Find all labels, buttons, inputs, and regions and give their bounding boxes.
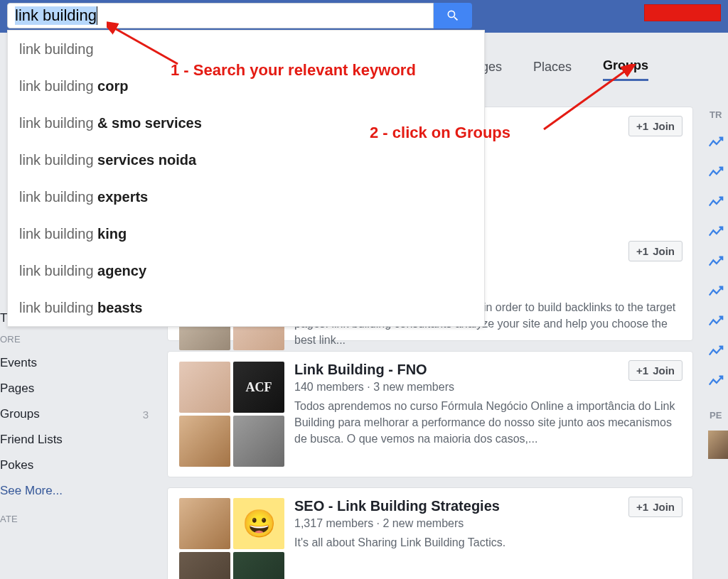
ac-bold: & smo services bbox=[97, 115, 202, 131]
join-label: Join bbox=[653, 245, 675, 257]
autocomplete-suggestion[interactable]: link building beasts bbox=[8, 289, 484, 326]
search-input[interactable]: link building bbox=[7, 3, 434, 28]
ac-prefix: link building bbox=[19, 152, 97, 168]
trending-icon[interactable] bbox=[708, 285, 728, 305]
join-label: Join bbox=[653, 364, 675, 377]
ac-prefix: link building bbox=[19, 78, 97, 94]
join-button[interactable]: +1 Join bbox=[628, 360, 682, 381]
group-result-card: ACF Link Building - FNO 140 members · 3 … bbox=[167, 351, 693, 477]
ac-bold: experts bbox=[97, 189, 148, 205]
trending-icon[interactable] bbox=[708, 345, 728, 364]
ac-prefix: link building bbox=[19, 189, 97, 205]
result-meta: 140 members · 3 new members bbox=[294, 381, 681, 394]
search-container: link building bbox=[7, 3, 476, 28]
ac-prefix: link building bbox=[19, 115, 97, 131]
autocomplete-suggestion[interactable]: link building agency bbox=[8, 252, 484, 289]
sidebar-item-pages[interactable]: Pages bbox=[0, 376, 153, 401]
result-description: It's all about Sharing Link Building Tac… bbox=[294, 534, 681, 551]
autocomplete-suggestion[interactable]: link building corp bbox=[8, 67, 484, 104]
sidebar-item-count: 3 bbox=[143, 408, 149, 421]
autocomplete-suggestion[interactable]: link building experts bbox=[8, 178, 484, 215]
autocomplete-suggestion[interactable]: link building bbox=[8, 31, 484, 67]
result-title-link[interactable]: Link Building - FNO bbox=[294, 362, 681, 378]
sidebar-item-label: Events bbox=[0, 356, 37, 370]
result-body: Link Building - FNO 140 members · 3 new … bbox=[294, 362, 681, 448]
sidebar-see-more-link[interactable]: See More... bbox=[0, 478, 153, 504]
member-avatar bbox=[179, 498, 230, 549]
right-rail: TR PE bbox=[707, 107, 728, 459]
sidebar-item-events[interactable]: Events bbox=[0, 350, 153, 376]
result-meta: 1,317 members · 2 new members bbox=[294, 517, 681, 530]
plus-one-icon: +1 bbox=[636, 120, 648, 132]
magnifier-icon bbox=[446, 9, 460, 23]
join-button[interactable]: +1 Join bbox=[628, 241, 682, 261]
trending-icon[interactable] bbox=[708, 195, 728, 215]
people-heading: PE bbox=[707, 407, 728, 426]
member-avatar bbox=[233, 416, 284, 467]
tab-places[interactable]: Places bbox=[533, 54, 572, 80]
text-caret bbox=[97, 6, 97, 25]
ac-bold: corp bbox=[97, 78, 128, 94]
ac-prefix: link building bbox=[19, 300, 97, 315]
people-thumbnail[interactable] bbox=[708, 431, 728, 459]
sidebar-heading-more: ORE bbox=[0, 331, 153, 350]
plus-one-icon: +1 bbox=[636, 364, 648, 377]
member-avatar bbox=[179, 362, 230, 413]
ac-bold: king bbox=[97, 226, 127, 242]
ac-prefix: link building bbox=[19, 41, 94, 57]
ac-bold: agency bbox=[97, 263, 146, 278]
tab-groups[interactable]: Groups bbox=[603, 53, 648, 81]
search-autocomplete-dropdown: link building link building corp link bu… bbox=[7, 30, 485, 327]
result-body: SEO - Link Building Strategies 1,317 mem… bbox=[294, 498, 681, 551]
trending-icon[interactable] bbox=[708, 136, 728, 156]
member-avatar bbox=[233, 552, 284, 579]
trending-icon[interactable] bbox=[708, 225, 728, 245]
member-avatar bbox=[179, 416, 230, 467]
sidebar-item-pokes[interactable]: Pokes bbox=[0, 453, 153, 478]
sidebar-item-label: Pages bbox=[0, 382, 34, 396]
plus-one-icon: +1 bbox=[636, 501, 648, 513]
trending-icon[interactable] bbox=[708, 255, 728, 275]
sidebar-heading-ate: ATE bbox=[0, 511, 153, 530]
ac-prefix: link building bbox=[19, 263, 97, 278]
trending-icon[interactable] bbox=[708, 374, 728, 394]
trending-icon[interactable] bbox=[708, 315, 728, 335]
autocomplete-suggestion[interactable]: link building king bbox=[8, 215, 484, 252]
member-avatar bbox=[233, 498, 284, 549]
search-button[interactable] bbox=[434, 3, 472, 28]
search-input-value: link building bbox=[15, 6, 97, 25]
ac-bold: beasts bbox=[97, 300, 142, 315]
redacted-profile-box bbox=[644, 4, 721, 21]
member-avatar: ACF bbox=[233, 362, 284, 413]
member-avatar bbox=[179, 552, 230, 579]
join-label: Join bbox=[653, 501, 675, 513]
sidebar-item-label: Pokes bbox=[0, 458, 33, 472]
join-button[interactable]: +1 Join bbox=[628, 116, 682, 136]
autocomplete-suggestion[interactable]: link building services noida bbox=[8, 141, 484, 178]
sidebar-item-label: Friend Lists bbox=[0, 433, 63, 447]
join-label: Join bbox=[653, 120, 675, 132]
group-result-card: SEO - Link Building Strategies 1,317 mem… bbox=[167, 487, 693, 579]
sidebar-item-groups[interactable]: Groups 3 bbox=[0, 401, 153, 427]
ac-prefix: link building bbox=[19, 226, 97, 242]
autocomplete-suggestion[interactable]: link building & smo services bbox=[8, 104, 484, 141]
trending-icon[interactable] bbox=[708, 166, 728, 185]
ac-bold: services noida bbox=[97, 152, 196, 168]
result-title-link[interactable]: SEO - Link Building Strategies bbox=[294, 498, 681, 514]
sidebar-item-label: Groups bbox=[0, 407, 40, 421]
trending-heading: TR bbox=[707, 107, 728, 126]
join-button[interactable]: +1 Join bbox=[628, 497, 682, 517]
left-sidebar: Travel Assistant India 2 ORE Events Page… bbox=[0, 305, 160, 530]
sidebar-item-friend-lists[interactable]: Friend Lists bbox=[0, 427, 153, 453]
result-description: Todos aprendemos no curso Fórmula Negóci… bbox=[294, 398, 681, 448]
member-photos-grid: ACF bbox=[179, 362, 284, 467]
member-photos-grid bbox=[179, 498, 284, 579]
plus-one-icon: +1 bbox=[636, 245, 648, 257]
